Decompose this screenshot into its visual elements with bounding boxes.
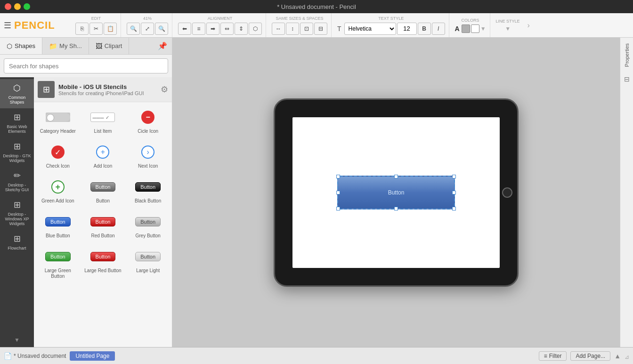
clipart-tab-icon: 🖼 <box>96 42 102 50</box>
copy-button[interactable]: ⎘ <box>75 23 89 35</box>
collection-header: ⊞ Mobile - iOS UI Stencils Stencils for … <box>34 77 172 102</box>
shape-blue-button[interactable]: Button Blue Button <box>36 209 80 243</box>
shape-green-add-icon[interactable]: + Green Add Icon <box>36 174 80 208</box>
search-input[interactable] <box>4 58 168 73</box>
cut-button[interactable]: ✂ <box>89 23 103 35</box>
stroke-color-swatch[interactable] <box>471 24 479 33</box>
handle-top-left[interactable] <box>336 175 340 178</box>
font-select[interactable]: Helvetica <box>344 23 396 35</box>
pin-button[interactable]: 📌 <box>153 38 172 54</box>
shape-next-icon[interactable]: › Next Icon <box>126 139 170 173</box>
shape-grey-button[interactable]: Button Grey Button <box>126 209 170 243</box>
main-area: ⬡ Shapes 📁 My Sh... 🖼 Clipart 📌 ⬡ <box>0 38 633 347</box>
zoom-section: 41% 🔍 ⤢ 🔍 <box>123 13 172 37</box>
handle-middle-right[interactable] <box>452 191 456 194</box>
shapes-panel: ⬡ Common Shapes ⊞ Basic Web Elements ⊞ D… <box>0 77 172 347</box>
category-item-basic-web[interactable]: ⊞ Basic Web Elements <box>0 108 34 138</box>
colors-dropdown-icon[interactable]: ▼ <box>480 25 486 32</box>
category-scroll-down[interactable]: ▼ <box>10 333 24 347</box>
tab-myshapes[interactable]: 📁 My Sh... <box>42 38 89 54</box>
properties-label[interactable]: Properties <box>624 38 630 73</box>
category-item-desktop-gtk[interactable]: ⊞ Desktop - GTK Widgets <box>0 138 34 167</box>
shape-label-green-add-icon: Green Add Icon <box>41 198 74 204</box>
same-width-button[interactable]: ↔ <box>272 23 285 35</box>
resize-handle[interactable]: ⊿ <box>625 354 629 358</box>
handle-bottom-left[interactable] <box>336 207 340 210</box>
fill-color-swatch[interactable] <box>462 24 470 33</box>
shape-black-button[interactable]: Button Black Button <box>126 174 170 208</box>
add-page-button[interactable]: Add Page... <box>570 351 610 361</box>
align-end-button[interactable]: ⬡ <box>249 23 262 35</box>
category-item-common[interactable]: ⬡ Common Shapes <box>0 79 34 108</box>
shape-button[interactable]: Button Button <box>81 174 125 208</box>
shape-add-icon[interactable]: + Add Icon <box>81 139 125 173</box>
filter-button[interactable]: ≡ Filter <box>539 351 567 361</box>
text-style-label: TEXT STYLE <box>378 16 404 21</box>
handle-bottom-center[interactable] <box>394 207 398 210</box>
zoom-in-button[interactable]: 🔍 <box>155 23 168 35</box>
tab-clipart[interactable]: 🖼 Clipart <box>89 38 130 54</box>
maximize-button[interactable] <box>24 3 30 10</box>
line-style-section: LINE STYLE ▼ <box>492 13 524 37</box>
shape-large-red-button[interactable]: Button Large Red Button <box>81 243 125 283</box>
italic-button[interactable]: I <box>432 23 445 35</box>
shape-preview-large-light-button: Button <box>134 247 162 266</box>
distribute-equal-button[interactable]: ⊟ <box>314 23 327 35</box>
shape-label-black-button: Black Button <box>135 198 161 204</box>
menu-icon[interactable]: ☰ <box>4 20 11 31</box>
category-item-flowchart[interactable]: ⊞ Flowchart <box>0 230 34 254</box>
basic-web-label: Basic Web Elements <box>2 124 32 134</box>
same-height-button[interactable]: ↕ <box>286 23 299 35</box>
tab-shapes[interactable]: ⬡ Shapes <box>0 38 42 54</box>
shape-red-button[interactable]: Button Red Button <box>81 209 125 243</box>
category-item-desktop-winxp[interactable]: ⊞ Desktop - Windows XP Widgets <box>0 196 34 230</box>
handle-top-center[interactable] <box>394 175 398 178</box>
align-right-button[interactable]: ➡ <box>206 23 219 35</box>
ipad-home-button[interactable] <box>502 187 512 198</box>
close-button[interactable] <box>5 3 11 10</box>
bold-button[interactable]: B <box>418 23 431 35</box>
color-buttons: A ▼ <box>455 24 486 33</box>
handle-middle-left[interactable] <box>336 191 340 194</box>
bottom-actions: ≡ Filter Add Page... ▲ <box>539 351 621 361</box>
distribute-h-button[interactable]: ⇔ <box>220 23 234 35</box>
shape-label-large-green-button: Large Green Button <box>38 268 78 279</box>
shape-category-header[interactable]: Category Header <box>36 104 80 138</box>
properties-icon[interactable]: ⊟ <box>624 73 630 86</box>
handle-bottom-right[interactable] <box>452 207 456 210</box>
canvas-button-label: Button <box>388 189 405 196</box>
minimize-button[interactable] <box>14 3 21 10</box>
fit-button[interactable]: ⤢ <box>141 23 154 35</box>
shapes-grid: Category Header ▬▬▬ ✓ List Item <box>36 104 170 283</box>
toolbar-expand-icon[interactable]: › <box>528 21 530 30</box>
paste-button[interactable]: 📋 <box>104 23 117 35</box>
zoom-out-button[interactable]: 🔍 <box>127 23 140 35</box>
document-tab[interactable]: 📄 * Unsaved document <box>4 352 66 360</box>
category-item-desktop-sketchy[interactable]: ✏ Desktop - Sketchy GUI <box>0 167 34 196</box>
align-center-button[interactable]: ≡ <box>192 23 205 35</box>
handle-top-right[interactable] <box>452 175 456 178</box>
settings-icon[interactable]: ⚙ <box>161 84 168 95</box>
distribute-v-button[interactable]: ⇕ <box>235 23 248 35</box>
shape-circle-icon[interactable]: − Cicle Icon <box>126 104 170 138</box>
same-both-button[interactable]: ⊡ <box>300 23 313 35</box>
shape-preview-black-button: Button <box>134 178 162 196</box>
page-tab[interactable]: Untitled Page <box>70 351 115 361</box>
canvas-area[interactable]: Button <box>172 38 620 347</box>
tab-bar: ⬡ Shapes 📁 My Sh... 🖼 Clipart 📌 <box>0 38 172 55</box>
font-size-input[interactable] <box>397 23 417 35</box>
line-style-buttons: ▼ <box>505 25 511 32</box>
canvas-button-shape[interactable]: Button <box>337 176 455 210</box>
window-title: * Unsaved document - Pencil <box>277 3 356 10</box>
shapes-tab-icon: ⬡ <box>7 42 12 50</box>
edit-section: EDIT ⎘ ✂ 📋 <box>72 13 121 37</box>
page-nav-button[interactable]: ▲ <box>614 352 621 360</box>
shape-check-icon[interactable]: ✓ Check Icon <box>36 139 80 173</box>
line-style-dropdown-icon[interactable]: ▼ <box>505 25 511 32</box>
shape-list-item[interactable]: ▬▬▬ ✓ List Item <box>81 104 125 138</box>
shape-label-blue-button: Blue Button <box>46 233 70 239</box>
align-left-button[interactable]: ⬅ <box>178 23 191 35</box>
desktop-sketchy-label: Desktop - Sketchy GUI <box>2 183 32 192</box>
shape-large-light-button[interactable]: Button Large Light <box>126 243 170 283</box>
shape-large-green-button[interactable]: Button Large Green Button <box>36 243 80 283</box>
